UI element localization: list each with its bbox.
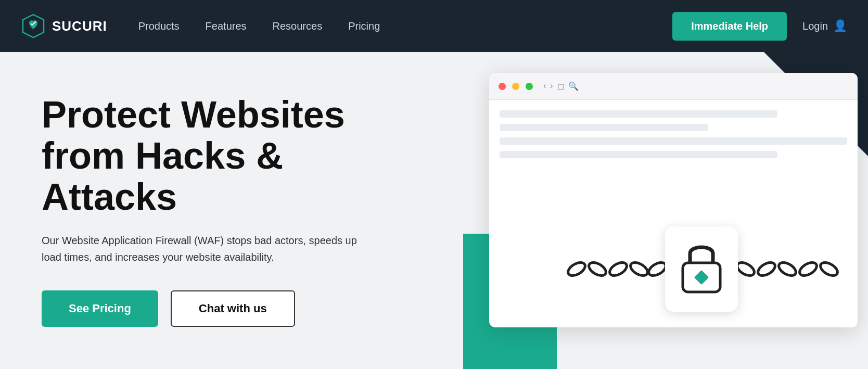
content-line-2 — [500, 124, 708, 131]
content-line-3 — [500, 137, 847, 145]
chat-button[interactable]: Chat with us — [171, 290, 295, 327]
content-line-4 — [500, 151, 777, 158]
dot-red — [499, 83, 506, 90]
hero-buttons: See Pricing Chat with us — [42, 290, 448, 327]
svg-point-12 — [818, 260, 839, 278]
nav-links: Products Features Resources Pricing — [138, 20, 380, 32]
dot-yellow — [512, 83, 519, 90]
browser-nav-buttons: ‹ › ◻ 🔍 — [543, 81, 579, 91]
hero-section: Protect Websites from Hacks & Attacks Ou… — [0, 52, 868, 369]
nav-resources[interactable]: Resources — [273, 20, 323, 32]
nav-left: SUCURi Products Features Resources Prici… — [21, 14, 380, 39]
lock-icon — [675, 237, 727, 299]
nav-pricing[interactable]: Pricing — [348, 20, 380, 32]
left-chain-icon — [561, 248, 665, 290]
login-label: Login — [802, 20, 828, 32]
svg-point-4 — [628, 260, 649, 278]
svg-point-10 — [776, 260, 798, 278]
lock-chain-illustration — [561, 226, 842, 312]
browser-bar: ‹ › ◻ 🔍 — [489, 73, 858, 100]
nav-features[interactable]: Features — [206, 20, 247, 32]
svg-point-5 — [646, 260, 665, 278]
content-line-1 — [500, 110, 777, 118]
svg-point-9 — [756, 260, 777, 278]
svg-point-3 — [607, 260, 629, 278]
lock-card — [665, 226, 738, 312]
see-pricing-button[interactable]: See Pricing — [42, 290, 158, 327]
back-icon: ‹ — [543, 81, 546, 91]
svg-point-11 — [797, 260, 819, 278]
forward-icon: › — [550, 81, 553, 91]
hero-subtitle: Our Website Application Firewall (WAF) s… — [42, 232, 375, 265]
hero-right: ‹ › ◻ 🔍 — [448, 52, 868, 369]
logo-icon — [21, 14, 46, 39]
logo-text: SUCURi — [52, 18, 107, 34]
dot-green — [526, 83, 533, 90]
navbar: SUCURi Products Features Resources Prici… — [0, 0, 868, 52]
logo[interactable]: SUCURi — [21, 14, 107, 39]
svg-point-8 — [738, 260, 757, 278]
immediate-help-button[interactable]: Immediate Help — [672, 12, 787, 41]
login-link[interactable]: Login 👤 — [802, 19, 847, 33]
right-chain-icon — [738, 248, 842, 290]
svg-point-1 — [566, 260, 587, 278]
user-icon: 👤 — [833, 19, 847, 33]
nav-products[interactable]: Products — [138, 20, 180, 32]
hero-title: Protect Websites from Hacks & Attacks — [42, 94, 406, 218]
hero-left: Protect Websites from Hacks & Attacks Ou… — [0, 52, 448, 369]
svg-point-2 — [586, 260, 608, 278]
tab-icon: ◻ — [557, 81, 564, 91]
browser-mockup: ‹ › ◻ 🔍 — [489, 73, 858, 327]
browser-content — [489, 100, 858, 327]
nav-right: Immediate Help Login 👤 — [672, 12, 847, 41]
search-icon: 🔍 — [568, 81, 579, 91]
